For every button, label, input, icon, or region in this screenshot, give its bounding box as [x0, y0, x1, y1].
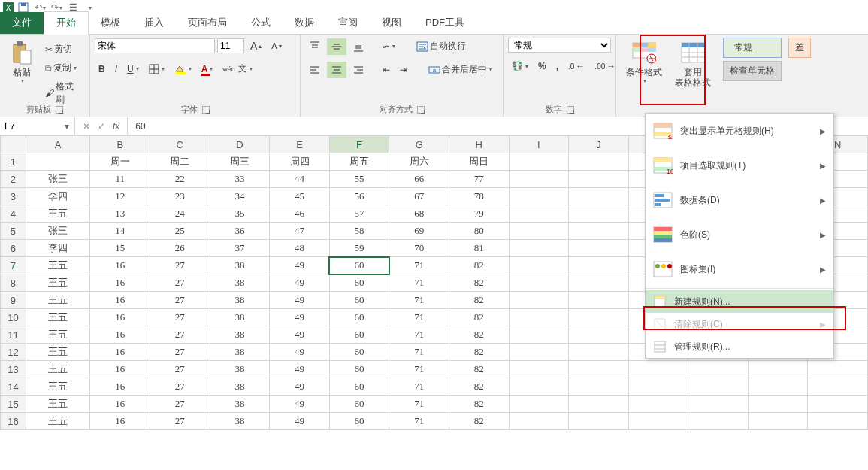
- cell-F16[interactable]: 60: [329, 413, 389, 430]
- cell-H13[interactable]: 82: [449, 361, 509, 378]
- row-header-7[interactable]: 7: [1, 257, 26, 274]
- cell-B9[interactable]: 16: [90, 292, 150, 309]
- column-header-A[interactable]: A: [26, 136, 90, 153]
- cell-F10[interactable]: 60: [329, 309, 389, 326]
- cf-new-rule[interactable]: 新建规则(N)...: [646, 290, 833, 313]
- cell-C13[interactable]: 27: [150, 361, 210, 378]
- cell-C12[interactable]: 27: [150, 344, 210, 361]
- cell-A2[interactable]: 张三: [26, 171, 90, 188]
- cell-H3[interactable]: 78: [449, 188, 509, 205]
- cell-E3[interactable]: 45: [270, 188, 330, 205]
- row-header-10[interactable]: 10: [1, 309, 26, 326]
- font-name-input[interactable]: [95, 38, 215, 53]
- cell-G2[interactable]: 66: [389, 171, 449, 188]
- cell-C16[interactable]: 27: [150, 413, 210, 430]
- cell-E7[interactable]: 49: [270, 257, 330, 274]
- cell-B5[interactable]: 14: [90, 223, 150, 240]
- cell-H15[interactable]: 82: [449, 396, 509, 413]
- cell-J8[interactable]: [569, 274, 629, 292]
- cell-B7[interactable]: 16: [90, 257, 150, 274]
- cell-H7[interactable]: 82: [449, 257, 509, 274]
- cell-A10[interactable]: 王五: [26, 309, 90, 326]
- cell-E14[interactable]: 49: [270, 378, 330, 396]
- cell-L16[interactable]: [688, 413, 749, 430]
- cell-H1[interactable]: 周日: [449, 153, 509, 171]
- cell-N13[interactable]: [808, 361, 868, 378]
- cell-B4[interactable]: 13: [90, 205, 150, 223]
- cell-A16[interactable]: 王五: [26, 413, 90, 430]
- column-header-J[interactable]: J: [569, 136, 629, 153]
- name-box[interactable]: ▾: [0, 117, 75, 135]
- cell-D9[interactable]: 38: [210, 292, 270, 309]
- accounting-format-button[interactable]: 💱▾: [508, 59, 532, 74]
- cell-M16[interactable]: [748, 413, 808, 430]
- name-box-input[interactable]: [0, 119, 60, 134]
- cell-G5[interactable]: 69: [389, 223, 449, 240]
- cell-I12[interactable]: [509, 344, 569, 361]
- bold-button[interactable]: B: [95, 62, 109, 77]
- cell-C15[interactable]: 27: [150, 396, 210, 413]
- cell-B12[interactable]: 16: [90, 344, 150, 361]
- cell-E9[interactable]: 49: [270, 292, 330, 309]
- cell-N15[interactable]: [808, 396, 868, 413]
- cell-F14[interactable]: 60: [329, 378, 389, 396]
- cell-C8[interactable]: 27: [150, 274, 210, 292]
- cancel-formula-icon[interactable]: ✕: [83, 121, 90, 132]
- formula-input[interactable]: 60: [128, 121, 153, 132]
- cell-J6[interactable]: [569, 240, 629, 257]
- align-right-button[interactable]: [349, 62, 368, 78]
- select-all[interactable]: [1, 136, 26, 153]
- cell-style-bad[interactable]: 差: [788, 38, 811, 58]
- cell-H5[interactable]: 80: [449, 223, 509, 240]
- cell-C3[interactable]: 23: [150, 188, 210, 205]
- cell-I4[interactable]: [509, 205, 569, 223]
- cell-D10[interactable]: 38: [210, 309, 270, 326]
- cell-D5[interactable]: 36: [210, 223, 270, 240]
- column-header-B[interactable]: B: [90, 136, 150, 153]
- cell-I1[interactable]: [509, 153, 569, 171]
- cell-J12[interactable]: [569, 344, 629, 361]
- cell-G1[interactable]: 周六: [389, 153, 449, 171]
- cell-C9[interactable]: 27: [150, 292, 210, 309]
- number-dialog-launcher[interactable]: [567, 106, 574, 114]
- cell-A13[interactable]: 王五: [26, 361, 90, 378]
- row-header-14[interactable]: 14: [1, 378, 26, 396]
- cell-H6[interactable]: 81: [449, 240, 509, 257]
- cell-I5[interactable]: [509, 223, 569, 240]
- number-format-select[interactable]: 常规: [508, 38, 611, 53]
- tab-home[interactable]: 开始: [44, 11, 89, 35]
- border-button[interactable]: ▾: [145, 62, 168, 77]
- column-header-H[interactable]: H: [449, 136, 509, 153]
- cell-J9[interactable]: [569, 292, 629, 309]
- cell-L13[interactable]: [688, 361, 749, 378]
- cell-M15[interactable]: [748, 396, 808, 413]
- cell-M14[interactable]: [748, 378, 808, 396]
- cell-G14[interactable]: 71: [389, 378, 449, 396]
- row-header-12[interactable]: 12: [1, 344, 26, 361]
- cell-H16[interactable]: 82: [449, 413, 509, 430]
- cell-J4[interactable]: [569, 205, 629, 223]
- cell-I7[interactable]: [509, 257, 569, 274]
- cell-D4[interactable]: 35: [210, 205, 270, 223]
- align-center-button[interactable]: [327, 62, 346, 78]
- cell-J16[interactable]: [569, 413, 629, 430]
- cell-E16[interactable]: 49: [270, 413, 330, 430]
- font-size-input[interactable]: [217, 38, 244, 53]
- cell-I9[interactable]: [509, 292, 569, 309]
- cell-G6[interactable]: 70: [389, 240, 449, 257]
- cell-M13[interactable]: [748, 361, 808, 378]
- cell-D1[interactable]: 周三: [210, 153, 270, 171]
- cell-B10[interactable]: 16: [90, 309, 150, 326]
- row-header-1[interactable]: 1: [1, 153, 26, 171]
- tab-data[interactable]: 数据: [283, 12, 326, 34]
- cell-A3[interactable]: 李四: [26, 188, 90, 205]
- cell-K16[interactable]: [628, 413, 688, 430]
- cell-A9[interactable]: 王五: [26, 292, 90, 309]
- tab-review[interactable]: 审阅: [326, 12, 370, 34]
- cell-E8[interactable]: 49: [270, 274, 330, 292]
- cell-H11[interactable]: 82: [449, 326, 509, 344]
- row-header-6[interactable]: 6: [1, 240, 26, 257]
- enter-formula-icon[interactable]: ✓: [98, 121, 105, 132]
- cell-H9[interactable]: 82: [449, 292, 509, 309]
- cell-I11[interactable]: [509, 326, 569, 344]
